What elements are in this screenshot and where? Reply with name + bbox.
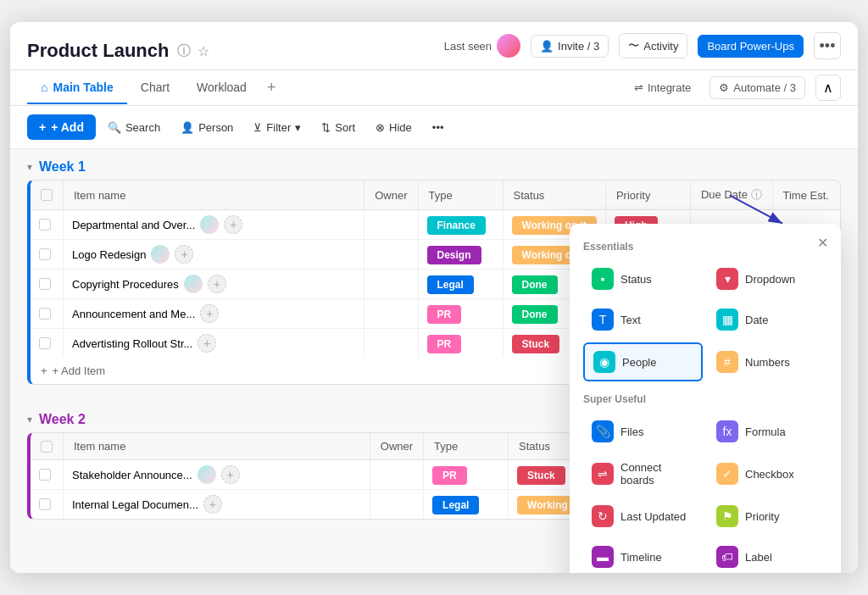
picker-label: Dropdown bbox=[745, 273, 795, 286]
star-icon[interactable]: ☆ bbox=[198, 43, 209, 59]
row-owner bbox=[370, 490, 423, 520]
status-tag: Done bbox=[512, 305, 558, 324]
add-person-button[interactable]: + bbox=[208, 275, 226, 293]
picker-item-timeline[interactable]: ▬ Timeline bbox=[583, 539, 703, 573]
tab-add-button[interactable]: + bbox=[260, 70, 283, 105]
owner-avatar bbox=[151, 245, 170, 264]
sort-button[interactable]: ⇅ Sort bbox=[313, 116, 364, 139]
search-icon: 🔍 bbox=[108, 121, 121, 134]
item-name-text: Logo Redesign bbox=[72, 248, 146, 261]
automate-button[interactable]: ⚙ Automate / 3 bbox=[709, 76, 805, 99]
type-tag: PR bbox=[427, 305, 462, 324]
week1-title: Week 1 bbox=[39, 159, 86, 175]
picker-item-status[interactable]: ▪ Status bbox=[583, 261, 703, 297]
item-name-col-header: Item name bbox=[64, 181, 364, 210]
tab-main-table[interactable]: ⌂ Main Table bbox=[27, 72, 127, 104]
essentials-grid: ▪ Status ▾ Dropdown T Text ▦ Date ◉ Peop… bbox=[583, 261, 827, 381]
row-checkbox[interactable] bbox=[31, 240, 64, 270]
picker-label: Date bbox=[745, 314, 768, 326]
row-checkbox[interactable] bbox=[31, 299, 64, 329]
item-name-col-header2: Item name bbox=[64, 433, 370, 460]
time-est-col-header: Time Est. bbox=[772, 181, 840, 210]
tab-chart[interactable]: Chart bbox=[127, 72, 183, 104]
item-name-text: Announcement and Me... bbox=[72, 308, 195, 320]
row-type[interactable]: PR bbox=[418, 299, 503, 329]
add-person-button[interactable]: + bbox=[224, 215, 242, 234]
add-person-button[interactable]: + bbox=[175, 245, 193, 264]
item-name-text: Stakeholder Announce... bbox=[72, 469, 192, 481]
picker-label: People bbox=[622, 356, 656, 369]
hide-icon: ⊗ bbox=[376, 121, 385, 134]
picker-item-connect-boards[interactable]: ⇌ Connect boards bbox=[583, 454, 703, 493]
picker-item-checkbox[interactable]: ✓ Checkbox bbox=[708, 454, 827, 493]
picker-item-text[interactable]: T Text bbox=[583, 302, 703, 337]
row-checkbox[interactable] bbox=[31, 270, 64, 299]
type-col-header2: Type bbox=[424, 433, 509, 460]
row-type[interactable]: Design bbox=[418, 240, 503, 270]
picker-item-last-updated[interactable]: ↻ Last Updated bbox=[583, 498, 703, 534]
picker-item-date[interactable]: ▦ Date bbox=[708, 302, 827, 337]
picker-item-people[interactable]: ◉ People bbox=[583, 342, 703, 381]
picker-label: Timeline bbox=[620, 551, 662, 564]
row-owner bbox=[364, 299, 418, 329]
activity-icon: 〜 bbox=[628, 38, 639, 53]
filter-button[interactable]: ⊻ Filter ▾ bbox=[245, 116, 309, 139]
header-right: Last seen 👤 Invite / 3 〜 Activity Board … bbox=[444, 32, 841, 70]
row-owner bbox=[370, 460, 423, 490]
hide-button[interactable]: ⊗ Hide bbox=[367, 116, 420, 139]
add-button[interactable]: + + Add bbox=[27, 114, 96, 140]
add-person-button[interactable]: + bbox=[198, 334, 216, 353]
status-tag: Stuck bbox=[512, 335, 560, 353]
info-icon[interactable]: ⓘ bbox=[177, 42, 191, 60]
week1-header[interactable]: ▾ Week 1 bbox=[10, 149, 858, 180]
row-owner bbox=[364, 329, 418, 359]
picker-item-label[interactable]: 🏷 Label bbox=[708, 539, 827, 573]
owner-avatar bbox=[184, 275, 203, 293]
tabs-right: ⇌ Integrate ⚙ Automate / 3 ∧ bbox=[626, 75, 841, 101]
row-checkbox[interactable] bbox=[31, 460, 64, 490]
activity-button[interactable]: 〜 Activity bbox=[619, 33, 687, 58]
board-powerups-button[interactable]: Board Power-Ups bbox=[698, 35, 804, 58]
tab-workload[interactable]: Workload bbox=[183, 72, 260, 104]
picker-item-priority[interactable]: ⚑ Priority bbox=[708, 498, 827, 534]
integrate-icon: ⇌ bbox=[634, 81, 643, 94]
picker-label: Connect boards bbox=[620, 461, 694, 487]
owner-avatar bbox=[200, 215, 219, 234]
invite-button[interactable]: 👤 Invite / 3 bbox=[531, 35, 609, 58]
picker-icon: ✓ bbox=[716, 463, 738, 485]
checkbox-col-header bbox=[31, 181, 64, 210]
owner-col-header: Owner bbox=[364, 181, 418, 210]
integrate-button[interactable]: ⇌ Integrate bbox=[626, 76, 699, 99]
picker-item-dropdown[interactable]: ▾ Dropdown bbox=[708, 261, 827, 297]
picker-icon: ◉ bbox=[593, 351, 615, 373]
type-tag: Legal bbox=[432, 496, 479, 514]
picker-label: Checkbox bbox=[745, 468, 794, 481]
home-icon: ⌂ bbox=[41, 81, 47, 94]
week2-title: Week 2 bbox=[39, 412, 86, 427]
due-date-info-icon: ⓘ bbox=[751, 188, 762, 201]
collapse-button[interactable]: ∧ bbox=[815, 75, 841, 101]
more-toolbar-button[interactable]: ••• bbox=[424, 116, 453, 139]
add-person-button[interactable]: + bbox=[203, 495, 222, 514]
person-button[interactable]: 👤 Person bbox=[172, 116, 242, 139]
search-button[interactable]: 🔍 Search bbox=[99, 116, 169, 139]
add-person-button[interactable]: + bbox=[221, 465, 240, 484]
row-checkbox[interactable] bbox=[31, 210, 64, 240]
picker-item-formula[interactable]: fx Formula bbox=[708, 414, 827, 449]
picker-icon: 📎 bbox=[592, 420, 614, 442]
owner-col-header2: Owner bbox=[370, 433, 423, 460]
row-type[interactable]: Finance bbox=[418, 210, 503, 240]
row-type[interactable]: Legal bbox=[418, 270, 503, 299]
row-checkbox[interactable] bbox=[31, 329, 64, 359]
picker-item-files[interactable]: 📎 Files bbox=[583, 414, 703, 449]
row-type[interactable]: PR bbox=[424, 460, 509, 490]
row-type[interactable]: PR bbox=[418, 329, 503, 359]
more-options-button[interactable]: ••• bbox=[814, 32, 841, 59]
row-type[interactable]: Legal bbox=[424, 490, 509, 520]
row-owner bbox=[364, 210, 418, 240]
picker-item-numbers[interactable]: # Numbers bbox=[708, 342, 827, 381]
column-picker-close-button[interactable]: ✕ bbox=[812, 232, 832, 253]
super-useful-label: Super Useful bbox=[583, 393, 827, 405]
row-checkbox[interactable] bbox=[31, 490, 64, 520]
add-person-button[interactable]: + bbox=[200, 304, 219, 323]
